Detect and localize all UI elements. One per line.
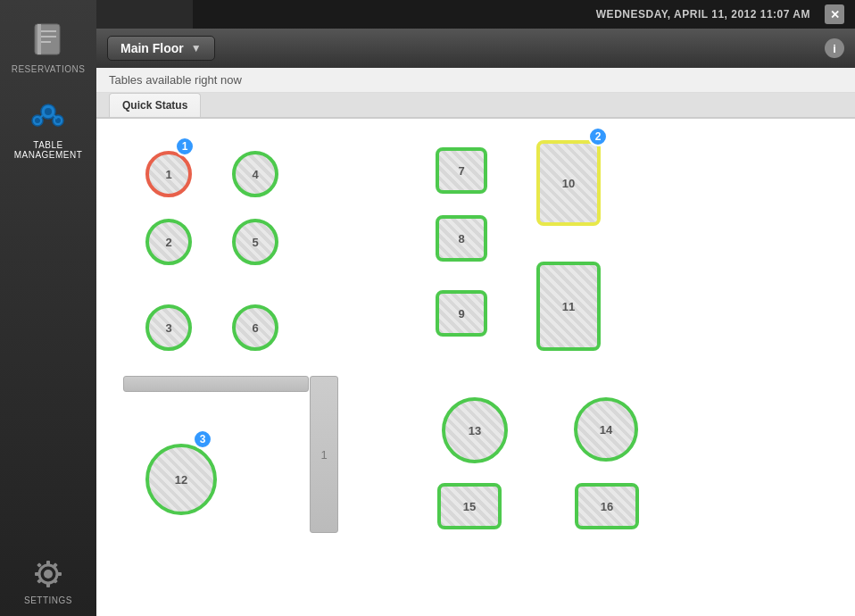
main-content: Main Floor ▼ i Tables available right no… — [96, 29, 855, 616]
table-13: 13 — [442, 397, 508, 463]
header-datetime: WEDNESDAY, APRIL 11, 2012 11:07 AM — [203, 8, 825, 21]
tab-quick-status[interactable]: Quick Status — [109, 93, 201, 117]
svg-point-14 — [44, 570, 53, 579]
table-16: 16 — [575, 483, 639, 529]
table-circle-4[interactable]: 4 — [232, 151, 278, 197]
settings-icon — [32, 558, 64, 590]
table-circle-2[interactable]: 2 — [145, 219, 192, 265]
table-circle-14[interactable]: 14 — [574, 397, 638, 462]
svg-rect-18 — [56, 572, 62, 576]
table-management-label: TABLE MANAGEMENT — [0, 140, 96, 160]
table-1: 1 — [145, 151, 192, 197]
reservations-label: RESERVATIONS — [12, 64, 86, 74]
bar-element: 1 — [310, 376, 338, 533]
status-text: Tables available right now — [109, 73, 242, 87]
table-5: 5 — [232, 219, 278, 265]
table-10: 10 — [536, 140, 601, 226]
bar-element — [123, 376, 309, 392]
table-6: 6 — [232, 304, 278, 351]
table-circle-5[interactable]: 5 — [232, 219, 278, 265]
floor-plan: 111234561231314789102111516 — [96, 119, 855, 616]
floor-name: Main Floor — [120, 41, 184, 55]
table-management-icon — [29, 96, 68, 135]
table-circle-3[interactable]: 3 — [145, 304, 192, 351]
table-12: 12 — [145, 444, 217, 515]
toolbar: Main Floor ▼ i — [96, 29, 855, 68]
header-bar: WEDNESDAY, APRIL 11, 2012 11:07 AM ✕ — [193, 0, 855, 29]
table-rect-wrapper-9[interactable]: 9 — [436, 290, 487, 337]
table-badge-1: 1 — [175, 137, 195, 156]
table-rect-wrapper-8[interactable]: 8 — [436, 215, 487, 262]
tabs-bar: Quick Status — [96, 93, 855, 119]
table-3: 3 — [145, 304, 192, 351]
svg-rect-17 — [35, 572, 40, 576]
sidebar-item-table-management[interactable]: TABLE MANAGEMENT — [0, 85, 96, 171]
status-bar: Tables available right now — [96, 68, 855, 93]
table-circle-13[interactable]: 13 — [442, 397, 508, 463]
table-rect-wrapper-11[interactable]: 11 — [536, 262, 601, 351]
table-7: 7 — [436, 147, 487, 194]
table-rect-wrapper-10[interactable]: 102 — [536, 140, 601, 226]
table-rect-wrapper-15[interactable]: 15 — [437, 483, 502, 529]
table-badge-10: 2 — [588, 127, 608, 146]
chevron-down-icon: ▼ — [191, 42, 202, 54]
reservations-icon — [29, 20, 68, 59]
floor-selector[interactable]: Main Floor ▼ — [107, 36, 215, 61]
close-button[interactable]: ✕ — [825, 4, 844, 24]
svg-rect-15 — [46, 561, 50, 566]
table-9: 9 — [436, 290, 487, 337]
table-11: 11 — [536, 262, 601, 351]
settings-label: SETTINGS — [24, 595, 72, 605]
sidebar: RESERVATIONS TABLE MANAGEMENT — [0, 0, 96, 616]
table-4: 4 — [232, 151, 278, 197]
svg-rect-16 — [46, 582, 50, 587]
table-2: 2 — [145, 219, 192, 265]
sidebar-item-reservations[interactable]: RESERVATIONS — [0, 9, 96, 85]
table-14: 14 — [574, 397, 638, 462]
table-15: 15 — [437, 483, 502, 529]
table-rect-wrapper-7[interactable]: 7 — [436, 147, 487, 194]
info-button[interactable]: i — [825, 38, 844, 58]
svg-point-6 — [45, 108, 52, 115]
svg-rect-1 — [37, 24, 41, 54]
table-8: 8 — [436, 215, 487, 262]
table-circle-12[interactable]: 123 — [145, 444, 217, 515]
table-rect-wrapper-16[interactable]: 16 — [575, 483, 639, 529]
table-badge-12: 3 — [193, 429, 212, 449]
table-circle-1[interactable]: 11 — [145, 151, 192, 197]
sidebar-item-settings[interactable]: SETTINGS — [0, 547, 96, 616]
table-circle-6[interactable]: 6 — [232, 304, 278, 351]
